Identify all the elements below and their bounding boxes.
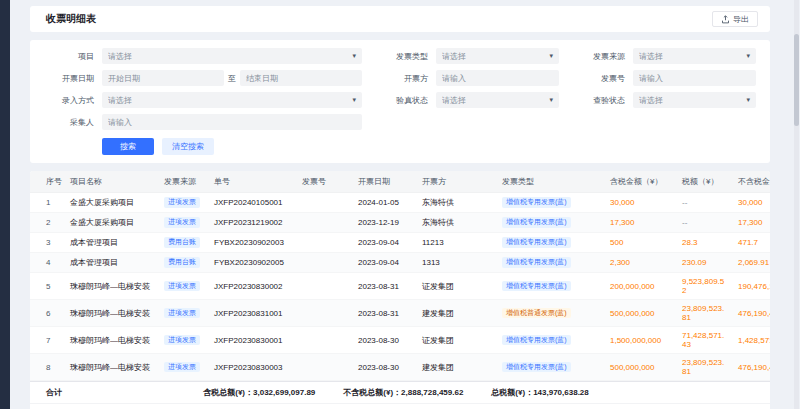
- select-placeholder: 请选择: [442, 95, 549, 106]
- date-start-input[interactable]: [102, 70, 224, 86]
- cell-order_no: FYBX20230902005: [208, 253, 296, 273]
- chevron-down-icon: ▾: [352, 52, 356, 60]
- filter-field: 验真状态请选择▾: [378, 92, 559, 108]
- source-tag: 进项发票: [164, 335, 200, 346]
- cell-project: 金盛大厦采购项目: [64, 193, 158, 213]
- cell-amount_ex: 190,476,190.48: [732, 273, 770, 300]
- cell-project: 珠穆朗玛峰—电梯安装: [64, 354, 158, 381]
- filter-panel: 项目请选择▾发票类型请选择▾发票来源请选择▾开票日期至开票方发票号录入方式请选择…: [30, 40, 770, 163]
- table-scroll-area[interactable]: 序号项目名称发票来源单号发票号开票日期开票方发票类型含税金额（¥）税额（¥）不含…: [30, 171, 770, 381]
- clear-search-button[interactable]: 清空搜索: [162, 138, 214, 155]
- filter-select[interactable]: 请选择▾: [633, 48, 756, 64]
- cell-amount: 1,500,000,000: [604, 327, 676, 354]
- filter-label: 发票号: [575, 73, 625, 84]
- filter-select[interactable]: 请选择▾: [436, 92, 559, 108]
- cell-amount_ex: 476,190,476.19: [732, 300, 770, 327]
- filter-input[interactable]: [436, 70, 559, 86]
- filter-field: 发票来源请选择▾: [575, 48, 756, 64]
- filter-select[interactable]: 请选择▾: [102, 92, 362, 108]
- search-button[interactable]: 搜索: [102, 138, 154, 155]
- vertical-scrollbar[interactable]: [794, 0, 799, 409]
- cell-amount: 500,000,000: [604, 354, 676, 381]
- filter-label: 开票方: [378, 73, 428, 84]
- cell-type: 增值税专用发票(蓝): [496, 273, 604, 300]
- date-end-input[interactable]: [240, 70, 362, 86]
- filter-input[interactable]: [102, 114, 362, 130]
- summary-total-incl: 含税总额(¥)：3,032,699,097.89: [203, 387, 315, 398]
- column-header: 序号: [30, 171, 64, 193]
- cell-issuer: 证发集团: [416, 327, 496, 354]
- cell-amount_ex: 476,190,476.19: [732, 354, 770, 381]
- filter-select[interactable]: 请选择▾: [102, 48, 362, 64]
- summary-total-tax-label: 总税额(¥)：: [491, 388, 533, 397]
- cell-order_no: JXFP20230830002: [208, 273, 296, 300]
- cell-source: 进项发票: [158, 213, 208, 233]
- table-body: 1金盛大厦采购项目进项发票JXFP202401050012024-01-05东海…: [30, 193, 770, 381]
- summary-total-tax-value: 143,970,638.28: [533, 388, 589, 397]
- cell-date: 2023-09-04: [352, 233, 416, 253]
- date-range: 至: [102, 70, 362, 86]
- cell-project: 珠穆朗玛峰—电梯安装: [64, 327, 158, 354]
- cell-tax: --: [676, 213, 732, 233]
- cell-issuer: 1313: [416, 253, 496, 273]
- summary-label: 合计: [46, 387, 62, 398]
- cell-amount_ex: 2,069.91: [732, 253, 770, 273]
- chevron-down-icon: ▾: [352, 96, 356, 104]
- filter-field: 发票号: [575, 70, 756, 86]
- filter-actions: 搜索 清空搜索: [102, 138, 756, 155]
- invoice-table: 序号项目名称发票来源单号发票号开票日期开票方发票类型含税金额（¥）税额（¥）不含…: [30, 171, 770, 381]
- cell-issuer: 东海特供: [416, 193, 496, 213]
- cell-type: 增值税专用发票(蓝): [496, 213, 604, 233]
- export-button-label: 导出: [733, 14, 749, 25]
- cell-source: 费用台账: [158, 233, 208, 253]
- filter-label: 查验状态: [575, 95, 625, 106]
- source-tag: 进项发票: [164, 217, 200, 228]
- table-header-row: 序号项目名称发票来源单号发票号开票日期开票方发票类型含税金额（¥）税额（¥）不含…: [30, 171, 770, 193]
- invoice-type-tag: 增值税专用发票(蓝): [502, 362, 571, 373]
- table-row: 8珠穆朗玛峰—电梯安装进项发票JXFP202308300032023-08-30…: [30, 354, 770, 381]
- filter-label: 项目: [44, 51, 94, 62]
- filter-input[interactable]: [633, 70, 756, 86]
- export-button[interactable]: 导出: [712, 11, 758, 27]
- cell-amount_ex: 1,428,571,428.57: [732, 327, 770, 354]
- select-placeholder: 请选择: [108, 95, 352, 106]
- cell-no: 2: [30, 213, 64, 233]
- summary-total-excl: 不含税总额(¥)：2,888,728,459.62: [343, 387, 463, 398]
- summary-total-excl-value: 2,888,728,459.62: [401, 388, 463, 397]
- main-content: 收票明细表 导出 项目请选择▾发票类型请选择▾发票来源请选择▾开票日期至开票方发…: [10, 0, 800, 409]
- cell-amount: 2,300: [604, 253, 676, 273]
- cell-order_no: JXFP20230830003: [208, 354, 296, 381]
- cell-date: 2023-09-04: [352, 253, 416, 273]
- cell-invoice_no: [296, 193, 352, 213]
- filter-label: 采集人: [44, 117, 94, 128]
- select-placeholder: 请选择: [108, 51, 352, 62]
- cell-date: 2024-01-05: [352, 193, 416, 213]
- source-tag: 费用台账: [164, 237, 200, 248]
- cell-date: 2023-08-30: [352, 327, 416, 354]
- cell-order_no: JXFP20230831001: [208, 300, 296, 327]
- export-icon: [721, 15, 730, 24]
- filter-select[interactable]: 请选择▾: [436, 48, 559, 64]
- cell-source: 进项发票: [158, 354, 208, 381]
- cell-source: 费用台账: [158, 253, 208, 273]
- filter-select[interactable]: 请选择▾: [633, 92, 756, 108]
- scrollbar-thumb[interactable]: [794, 34, 799, 126]
- filter-label: 开票日期: [44, 73, 94, 84]
- cell-order_no: FYBX20230902003: [208, 233, 296, 253]
- cell-project: 成本管理项目: [64, 233, 158, 253]
- cell-source: 进项发票: [158, 193, 208, 213]
- summary-row: 合计 含税总额(¥)：3,032,699,097.89 不含税总额(¥)：2,8…: [30, 381, 770, 403]
- cell-no: 4: [30, 253, 64, 273]
- cell-no: 6: [30, 300, 64, 327]
- cell-type: 增值税专用发票(蓝): [496, 193, 604, 213]
- filter-label: 验真状态: [378, 95, 428, 106]
- invoice-type-tag: 增值税专用发票(蓝): [502, 237, 571, 248]
- source-tag: 进项发票: [164, 197, 200, 208]
- invoice-type-tag: 增值税专用发票(蓝): [502, 197, 571, 208]
- select-placeholder: 请选择: [639, 51, 746, 62]
- cell-type: 增值税专用发票(蓝): [496, 233, 604, 253]
- filter-field: 发票类型请选择▾: [378, 48, 559, 64]
- cell-type: 增值税专用发票(蓝): [496, 253, 604, 273]
- cell-issuer: 建发集团: [416, 354, 496, 381]
- filter-grid: 项目请选择▾发票类型请选择▾发票来源请选择▾开票日期至开票方发票号录入方式请选择…: [44, 48, 756, 130]
